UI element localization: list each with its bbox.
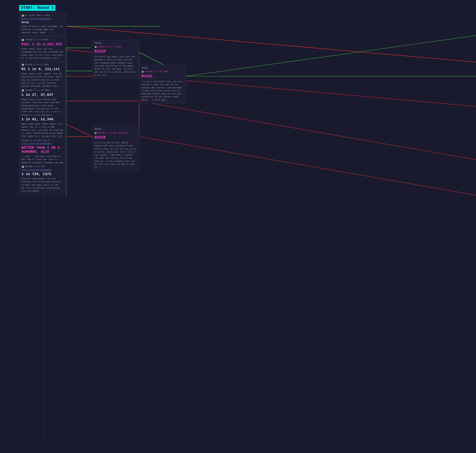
video-link-r1h06w[interactable]: https://youtu.be/r8OL4UubeaU — [21, 169, 64, 171]
header-text-r1h02w: R1h02W (1 in 9) ROCK — [25, 64, 49, 66]
title-r1h2f: R1h2F — [95, 49, 137, 54]
card-title-r1h02w: R1 1 in 9, 111,111 — [21, 67, 64, 71]
card-body-r1h06w: Scissors beat paper! You did continue th… — [21, 177, 64, 192]
svg-line-17 — [139, 76, 476, 106]
card-header-r1h02w: 🤖 R1h02W (1 in 9) ROCK — [21, 63, 64, 66]
robot-icon-r1hxf: 🤖 — [95, 132, 97, 134]
header-text-r1h05w: R1h05W (1 in 243) End of ... — [21, 139, 54, 142]
branch-label-r1hxf: R1hXF — [95, 128, 137, 131]
robot-icon-r1h03w: 🤖 — [21, 89, 24, 92]
robot-icon-r1h02w: 🤖 — [21, 63, 24, 66]
card-title-r1h05w: BETTER THAN 1 IN A HUNDRED, 4115 — [21, 146, 64, 154]
branch-header-r1hxf: 🤖 R1h04W (1 in 81) Ambiguous — [95, 132, 137, 134]
robot-icon-r1h2f: 🤖 — [95, 46, 97, 48]
header-text-r1h01w: R1h01W (1 in 3) ROCK — [25, 39, 49, 41]
title-r1hxf: R1hXF — [95, 135, 137, 140]
card-header-r1-start: 🤖 R1 START PUBLIC VIDEO — [21, 14, 64, 17]
svg-line-10 — [66, 124, 92, 137]
svg-line-20 — [186, 35, 476, 76]
start-label: START: Round 1 — [19, 5, 55, 11]
node-r1h3l: R1h3L 🤖 R1h02W (1 in 9) ROCK R1h3L I'm s… — [139, 65, 186, 103]
card-header-r1h04w: R1h04W (1 in 81) Ambiguous — [21, 114, 64, 116]
card-header-r1h05w: R1h05W (1 in 243) End of ... — [21, 139, 64, 142]
header-link-r1hxf: R1h04W (1 in 81) Ambiguous — [98, 132, 129, 134]
node-r1-start: 🤖 R1 START PUBLIC VIDEO https://youtu.be… — [19, 12, 66, 36]
node-r1h2f: R1h2F 🤖 R1h01W (1 in 3) ROCK R1h2F I'm s… — [92, 40, 139, 78]
robot-icon-r1h01w: 🤖 — [21, 38, 24, 41]
card-header-r1h03w: 🤖 R1h03W (1 in 27) ROCK — [21, 89, 64, 92]
robot-icon: 🤖 — [21, 14, 24, 17]
title-r1h3l: R1h3L — [141, 74, 184, 78]
branch-label-r1h3l: R1h3L — [141, 67, 184, 69]
card-header-r1h01w: 🤖 R1h01W (1 in 3) ROCK — [21, 38, 64, 41]
card-title-r1h06w: 1 in 729, 1372 — [21, 172, 64, 176]
branch-header-r1h2f: 🤖 R1h01W (1 in 3) ROCK — [95, 46, 137, 48]
robot-icon-r1h3l: 🤖 — [141, 71, 144, 73]
body-r1h2f: I'm sorry you didn't win, but you should… — [95, 55, 137, 77]
video-link-r1-start[interactable]: https://youtu.be/PbqMoZXYaV4 — [21, 18, 64, 20]
card-body-r1-start: Shall we play a game? Perhaps, The great… — [21, 25, 64, 34]
branch-header-r1h3l: 🤖 R1h02W (1 in 9) ROCK — [141, 71, 184, 73]
node-r1hxf: R1hXF 🤖 R1h04W (1 in 81) Ambiguous R1hXF… — [92, 126, 139, 171]
svg-line-2 — [66, 50, 92, 52]
node-r1h01w: 🤖 R1h01W (1 in 3) ROCK R1W: 1 in 3,333,3… — [19, 36, 66, 62]
body-r1hxf: I'm sorry you've just gotten knocked off… — [95, 141, 137, 169]
header-text-r1-start: R1 START PUBLIC VIDEO — [25, 14, 50, 16]
branch-label-r1h2f: R1h2F — [95, 42, 137, 44]
header-link-r1h3l: R1h02W (1 in 9) ROCK — [145, 71, 168, 73]
header-text-r1h04w: R1h04W (1 in 81) Ambiguous — [21, 114, 52, 116]
video-link-r1h05w[interactable]: https://youtu.be/ubnYsp9266o — [21, 143, 64, 145]
card-header-r1h06w: 🤖 R1h06W (1 in 729) — [21, 165, 64, 168]
node-r1h06w: 🤖 R1h06W (1 in 729) https://youtu.be/r8O… — [19, 163, 66, 194]
card-title-r1-start: Setup — [21, 21, 64, 24]
card-body-r1h01w: Paper beats rock! You out-mindgamed me a… — [21, 47, 64, 60]
header-text-r1h03w: R1h03W (1 in 27) ROCK — [25, 89, 50, 91]
robot-icon-r1h06w: 🤖 — [21, 165, 24, 168]
body-r1h3l: I'm sorry you didn't win, but you should… — [141, 80, 184, 101]
header-text-r1h06w: R1h06W (1 in 729) — [25, 165, 45, 168]
svg-line-19 — [139, 137, 476, 195]
card-title-r1h03w: 1 in 27, 37,037 — [21, 93, 64, 97]
svg-line-18 — [139, 101, 476, 160]
card-title-r1h04w: 1 in 81, 12,346 — [21, 117, 64, 121]
card-title-r1h01w: R1W: 1 in 3,333,333 — [21, 42, 64, 46]
header-link-r1h2f: R1h01W (1 in 3) ROCK — [98, 46, 121, 48]
